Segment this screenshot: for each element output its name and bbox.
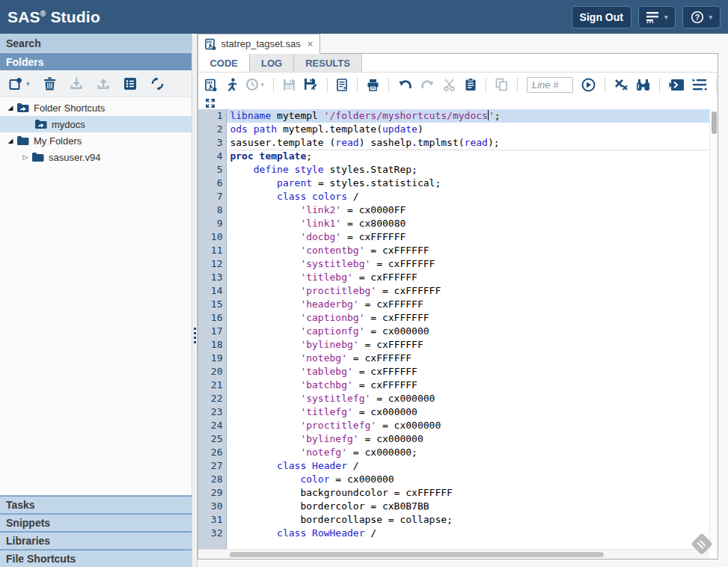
code-line-11[interactable]: 'contentbg' = cxFFFFFF (230, 244, 709, 257)
folder-tree: ◢ Folder Shortcuts mydocs ◢ My Folders (0, 97, 192, 165)
section-libraries[interactable]: Libraries (0, 531, 192, 549)
toolbar-divider (388, 78, 389, 92)
copy-button[interactable] (495, 78, 508, 91)
help-menu-button[interactable]: ? ▾ (682, 6, 721, 28)
paste-icon (465, 78, 477, 91)
code-line-7[interactable]: class colors / (230, 190, 709, 203)
tree-item-folder-shortcuts[interactable]: ◢ Folder Shortcuts (0, 99, 192, 116)
delete-button[interactable] (43, 77, 56, 91)
navigation-pane: Search Folders ▾ (0, 34, 192, 567)
code-line-9[interactable]: 'link1' = cx800080 (230, 217, 709, 230)
pane-splitter[interactable] (192, 34, 198, 567)
save-button[interactable] (283, 79, 296, 91)
section-snippets[interactable]: Snippets (0, 513, 192, 531)
toolbar-divider (716, 78, 717, 92)
code-line-27[interactable]: class Header / (230, 459, 709, 473)
tree-item-my-folders[interactable]: ◢ My Folders (0, 132, 192, 149)
section-tasks[interactable]: Tasks (0, 495, 192, 513)
find-replace-button[interactable] (636, 79, 650, 91)
code-line-3[interactable]: sasuser.template (read) sashelp.tmplmst(… (230, 136, 709, 150)
code-line-21[interactable]: 'batchbg' = cxFFFFFF (230, 378, 709, 392)
scrollbar-thumb[interactable] (230, 552, 604, 557)
tree-item-mydocs[interactable]: mydocs (0, 116, 192, 132)
code-line-5[interactable]: define style styles.StatRep; (230, 163, 709, 177)
redo-button[interactable] (420, 79, 435, 91)
properties-button[interactable] (123, 77, 137, 91)
code-line-20[interactable]: 'tablebg' = cxFFFFFF (230, 365, 709, 378)
goto-line-input[interactable] (527, 77, 573, 93)
code-line-31[interactable]: bordercollapse = collapse; (230, 513, 709, 527)
code-line-16[interactable]: 'captionbg' = cxFFFFFF (230, 311, 709, 325)
new-program-button[interactable] (205, 79, 217, 91)
refresh-button[interactable] (150, 77, 165, 91)
code-lines[interactable]: libname mytempl '/folders/myshortcuts/my… (227, 109, 709, 549)
code-line-22[interactable]: 'systitlefg' = cx000000 (230, 392, 709, 405)
goto-line-button[interactable] (581, 78, 596, 92)
save-as-button[interactable] (304, 78, 318, 91)
code-line-23[interactable]: 'titlefg' = cx000000 (230, 405, 709, 419)
run-button[interactable] (225, 78, 237, 91)
vertical-scrollbar[interactable] (709, 109, 718, 549)
code-editor[interactable]: 1234567891011121314151617181920212223242… (198, 109, 718, 549)
code-line-1[interactable]: libname mytempl '/folders/myshortcuts/my… (227, 109, 709, 123)
chevron-down-icon: ▾ (664, 13, 668, 21)
code-line-18[interactable]: 'bylinebg' = cxFFFFFF (230, 338, 709, 352)
new-icon (9, 77, 24, 91)
code-line-24[interactable]: 'proctitlefg' = cx000000 (230, 419, 709, 432)
expand-icon[interactable]: ▷ (21, 153, 30, 161)
cut-button[interactable] (443, 79, 456, 91)
paste-button[interactable] (465, 78, 477, 91)
section-folders[interactable]: Folders (0, 53, 192, 70)
code-line-19[interactable]: 'notebg' = cxFFFFFF (230, 352, 709, 365)
scrollbar-thumb[interactable] (712, 111, 717, 134)
download-button[interactable] (70, 77, 83, 91)
code-line-15[interactable]: 'headerbg' = cxFFFFFF (230, 298, 709, 311)
close-icon[interactable]: × (308, 38, 313, 49)
code-line-6[interactable]: parent = styles.statistical; (230, 177, 709, 190)
submission-history-button[interactable]: ▾ (245, 78, 264, 91)
toolbar-divider (327, 78, 328, 92)
tree-item-sasuser-v94[interactable]: ▷ sasuser.v94 (0, 149, 192, 165)
code-line-25[interactable]: 'bylinefg' = cx000000 (230, 432, 709, 446)
code-line-4[interactable]: proc template; (230, 150, 709, 163)
clear-code-button[interactable] (614, 79, 628, 91)
code-line-28[interactable]: color = cx000000 (230, 473, 709, 486)
resize-grip-icon[interactable] (689, 532, 715, 557)
toolbar-divider (357, 78, 358, 92)
upload-button[interactable] (97, 77, 110, 91)
download-icon (70, 77, 83, 91)
code-line-12[interactable]: 'systitlebg' = cxFFFFFF (230, 257, 709, 271)
collapse-icon[interactable]: ◢ (6, 137, 15, 144)
section-file-shortcuts[interactable]: File Shortcuts (0, 549, 192, 567)
batch-submit-icon (669, 79, 684, 91)
code-line-17[interactable]: 'captionfg' = cx000000 (230, 325, 709, 338)
new-button[interactable]: ▾ (9, 77, 30, 91)
horizontal-scrollbar[interactable] (198, 549, 709, 559)
code-line-13[interactable]: 'titlebg' = cxFFFFFF (230, 271, 709, 284)
svg-text:?: ? (695, 13, 700, 22)
tab-results[interactable]: RESULTS (294, 54, 362, 72)
code-line-14[interactable]: 'proctitlebg' = cxFFFFFF (230, 284, 709, 298)
code-line-10[interactable]: 'docbg' = cxFFFFFF (230, 230, 709, 244)
document-tab[interactable]: statrep_tagset.sas × (198, 34, 320, 54)
print-preview-button[interactable] (337, 79, 348, 91)
section-search[interactable]: Search (0, 34, 192, 53)
code-line-8[interactable]: 'link2' = cx0000FF (230, 203, 709, 217)
format-code-button[interactable] (692, 79, 707, 91)
code-line-29[interactable]: backgroundcolor = cxFFFFFF (230, 486, 709, 500)
code-line-26[interactable]: 'notefg' = cx000000; (230, 446, 709, 459)
code-line-30[interactable]: bordercolor = cxB0B7BB (230, 500, 709, 513)
print-button[interactable] (367, 79, 379, 91)
maximize-editor-button[interactable] (206, 99, 215, 108)
tab-code[interactable]: CODE (198, 54, 250, 72)
code-line-2[interactable]: ods path mytempl.template(update) (230, 123, 709, 136)
undo-button[interactable] (398, 79, 412, 91)
app-header: SAS® Studio Sign Out ▾ ? ▾ (0, 0, 728, 34)
sign-out-button[interactable]: Sign Out (572, 6, 631, 28)
code-line-32[interactable]: class RowHeader / (230, 527, 709, 540)
editor-panel: CODE LOG RESULTS ▾ (198, 53, 718, 560)
application-menu-button[interactable]: ▾ (638, 6, 676, 28)
collapse-icon[interactable]: ◢ (6, 104, 15, 111)
tab-log[interactable]: LOG (250, 54, 294, 72)
batch-submit-button[interactable] (669, 79, 684, 91)
